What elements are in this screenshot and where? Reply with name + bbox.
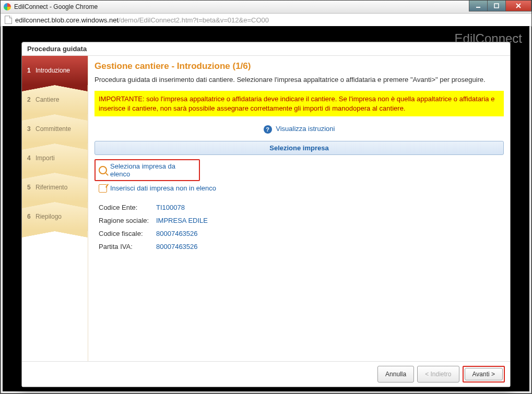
chrome-icon xyxy=(4,3,11,10)
minimize-button[interactable] xyxy=(469,1,488,11)
step-label: Introduzione xyxy=(36,67,70,74)
intro-text: Procedura guidata di inserimento dati ca… xyxy=(94,76,504,83)
page-background: EdilConnect Procedura guidata 1 Introduz… xyxy=(3,26,529,391)
address-bar[interactable]: edilconnect.blob.core.windows.net/demo/E… xyxy=(1,14,531,27)
back-button[interactable]: < Indietro xyxy=(417,366,459,383)
step-riepilogo[interactable]: 6 Riepilogo xyxy=(22,202,88,231)
wizard-content: Gestione cantiere - Introduzione (1/6) P… xyxy=(88,56,510,361)
edit-icon xyxy=(99,184,107,193)
important-alert: IMPORTANTE: solo l'impresa appaltatrice … xyxy=(94,91,504,116)
titlebar: EdilConnect - Google Chrome xyxy=(1,1,531,14)
instructions-link[interactable]: ? Visualizza istruzioni xyxy=(264,125,335,133)
step-label: Riferimento xyxy=(36,184,67,191)
close-button[interactable] xyxy=(505,1,531,11)
step-introduzione[interactable]: 1 Introduzione xyxy=(22,56,88,85)
page-heading: Gestione cantiere - Introduzione (1/6) xyxy=(94,61,504,71)
step-riferimento[interactable]: 5 Riferimento xyxy=(22,173,88,202)
step-cantiere[interactable]: 2 Cantiere xyxy=(22,85,88,114)
svg-rect-1 xyxy=(494,4,499,8)
field-codice-ente: Codice Ente: TI100078 xyxy=(99,201,504,214)
step-label: Committente xyxy=(36,125,71,133)
next-button[interactable]: Avanti > xyxy=(465,368,503,380)
field-codice-fiscale: Codice fiscale: 80007463526 xyxy=(99,227,504,240)
browser-window: EdilConnect - Google Chrome edilconnect.… xyxy=(0,0,532,394)
step-label: Riepilogo xyxy=(36,213,62,220)
page-icon xyxy=(5,16,12,24)
step-label: Importi xyxy=(36,154,55,162)
select-from-list-link[interactable]: Seleziona impresa da elenco xyxy=(94,159,200,181)
insert-manual-link[interactable]: Inserisci dati impresa non in elenco xyxy=(94,182,504,195)
modal-footer: Annulla < Indietro Avanti > xyxy=(22,361,510,387)
step-committente[interactable]: 3 Committente xyxy=(22,114,88,144)
maximize-button[interactable] xyxy=(487,1,506,11)
magnifier-icon xyxy=(99,166,107,174)
field-partita-iva: Partita IVA: 80007463526 xyxy=(99,240,504,253)
wizard-modal: Procedura guidata 1 Introduzione 2 Canti… xyxy=(21,42,511,387)
url-text: edilconnect.blob.core.windows.net/demo/E… xyxy=(15,16,269,24)
help-icon: ? xyxy=(264,125,272,134)
company-fields: Codice Ente: TI100078 Ragione sociale: I… xyxy=(94,201,504,253)
next-button-highlight: Avanti > xyxy=(463,366,505,383)
modal-title: Procedura guidata xyxy=(22,42,510,56)
step-importi[interactable]: 4 Importi xyxy=(22,144,88,173)
selection-panel-header: Selezione impresa xyxy=(94,141,504,155)
step-label: Cantiere xyxy=(36,96,59,103)
cancel-button[interactable]: Annulla xyxy=(377,366,414,383)
field-ragione-sociale: Ragione sociale: IMPRESA EDILE xyxy=(99,214,504,227)
window-title: EdilConnect - Google Chrome xyxy=(14,3,98,10)
wizard-sidebar: 1 Introduzione 2 Cantiere 3 Committente … xyxy=(22,56,88,361)
